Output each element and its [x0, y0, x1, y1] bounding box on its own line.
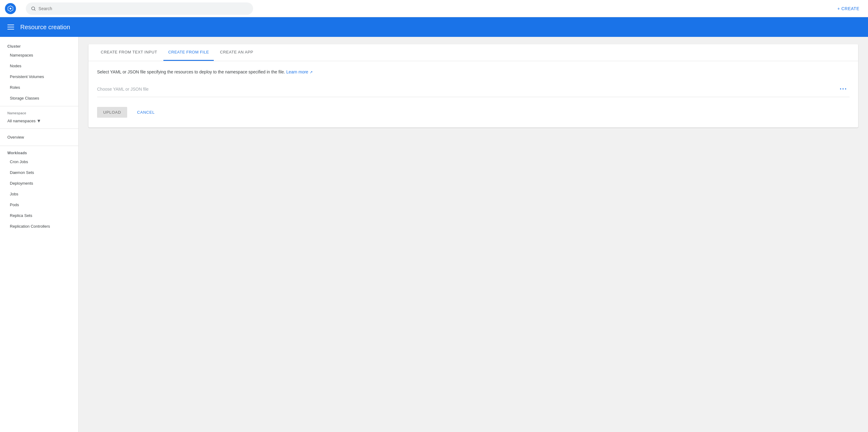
sidebar-item-replica-sets[interactable]: Replica Sets: [0, 210, 78, 221]
create-button[interactable]: + CREATE: [834, 4, 863, 13]
svg-line-2: [34, 9, 35, 10]
learn-more-link[interactable]: Learn more ↗: [286, 69, 312, 74]
main-content: CREATE FROM TEXT INPUT CREATE FROM FILE …: [79, 37, 868, 432]
sidebar-item-persistent-volumes[interactable]: Persistent Volumes: [0, 71, 78, 82]
hamburger-line: [7, 25, 14, 25]
header-bar: Resource creation: [0, 17, 868, 37]
search-icon: [31, 6, 36, 11]
button-row: UPLOAD CANCEL: [97, 107, 849, 118]
namespace-value: All namespaces: [7, 119, 36, 123]
external-link-icon: ↗: [310, 70, 313, 74]
sidebar-item-jobs[interactable]: Jobs: [0, 189, 78, 199]
resource-creation-card: CREATE FROM TEXT INPUT CREATE FROM FILE …: [89, 44, 858, 127]
topbar: + CREATE: [0, 0, 868, 17]
hamburger-line: [7, 29, 14, 30]
sidebar-item-daemon-sets[interactable]: Daemon Sets: [0, 167, 78, 178]
sidebar-divider-3: [0, 146, 78, 146]
sidebar-item-nodes[interactable]: Nodes: [0, 61, 78, 71]
cluster-section-label: Cluster: [0, 42, 78, 50]
tab-create-an-app[interactable]: CREATE AN APP: [215, 44, 258, 61]
file-input-placeholder: Choose YAML or JSON file: [97, 87, 837, 92]
cancel-button[interactable]: CANCEL: [132, 107, 160, 118]
workloads-section-label: Workloads: [0, 148, 78, 156]
sidebar-item-namespaces[interactable]: Namespaces: [0, 50, 78, 61]
tab-create-from-file[interactable]: CREATE FROM FILE: [163, 44, 214, 61]
sidebar-item-storage-classes[interactable]: Storage Classes: [0, 93, 78, 103]
tab-create-from-text-input[interactable]: CREATE FROM TEXT INPUT: [96, 44, 162, 61]
svg-point-1: [32, 7, 35, 10]
upload-button[interactable]: UPLOAD: [97, 107, 127, 118]
page-title: Resource creation: [20, 24, 70, 31]
app-logo: [5, 3, 16, 14]
search-bar[interactable]: [26, 2, 253, 15]
sidebar-item-pods[interactable]: Pods: [0, 199, 78, 210]
search-input[interactable]: [38, 6, 248, 11]
sidebar: Cluster Namespaces Nodes Persistent Volu…: [0, 37, 79, 432]
more-options-icon[interactable]: ···: [837, 84, 849, 94]
description-text: Select YAML or JSON file specifying the …: [97, 68, 849, 75]
sidebar-item-deployments[interactable]: Deployments: [0, 178, 78, 189]
sidebar-item-overview[interactable]: Overview: [0, 131, 78, 143]
sidebar-item-roles[interactable]: Roles: [0, 82, 78, 93]
tab-bar: CREATE FROM TEXT INPUT CREATE FROM FILE …: [89, 44, 858, 61]
hamburger-line: [7, 27, 14, 27]
sidebar-item-cron-jobs[interactable]: Cron Jobs: [0, 156, 78, 167]
sidebar-divider-2: [0, 128, 78, 129]
svg-point-0: [9, 8, 11, 9]
hamburger-button[interactable]: [6, 23, 16, 31]
chevron-down-icon: ▾: [37, 117, 40, 124]
file-input-row: Choose YAML or JSON file ···: [97, 84, 849, 97]
sidebar-item-replication-controllers[interactable]: Replication Controllers: [0, 221, 78, 232]
namespace-section-label: Namespace: [0, 109, 78, 116]
card-body: Select YAML or JSON file specifying the …: [89, 61, 858, 127]
namespace-selector[interactable]: All namespaces ▾: [0, 116, 78, 126]
